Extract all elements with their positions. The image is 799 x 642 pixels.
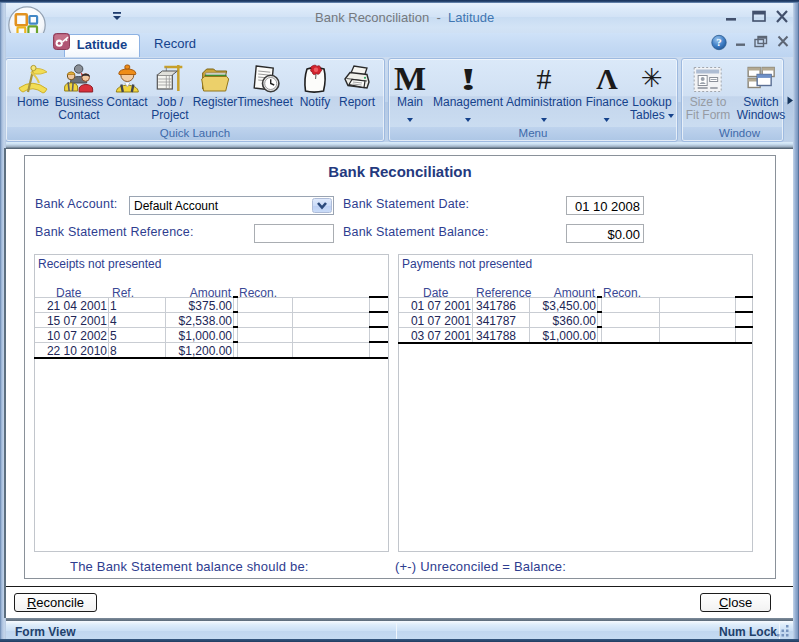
svg-text:?: ? [716,36,722,48]
